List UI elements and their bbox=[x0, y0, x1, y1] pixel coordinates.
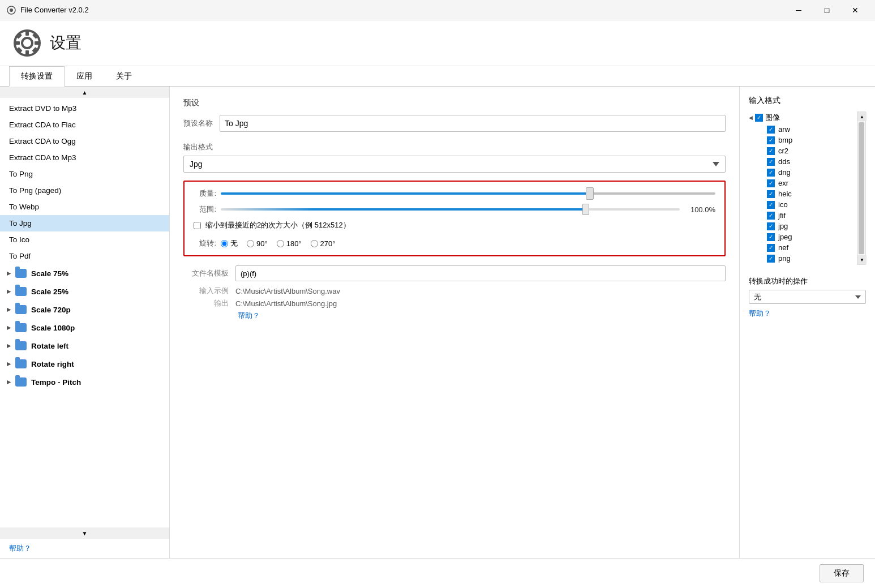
save-button[interactable]: 保存 bbox=[820, 564, 864, 582]
arw-checkbox[interactable] bbox=[767, 126, 775, 134]
arw-label: arw bbox=[778, 125, 790, 134]
rotation-radio-180[interactable] bbox=[277, 240, 284, 247]
folder-icon bbox=[15, 341, 27, 350]
bottom-bar: 保存 bbox=[0, 558, 875, 588]
rotation-label: 旋转: bbox=[194, 238, 216, 248]
image-checkbox[interactable] bbox=[755, 114, 763, 122]
scroll-thumb[interactable] bbox=[859, 122, 864, 254]
header: 设置 bbox=[0, 20, 875, 66]
tree-child-jpeg: jpeg bbox=[749, 231, 857, 242]
rotation-270[interactable]: 270° bbox=[311, 239, 336, 248]
sidebar-list: Extract DVD to Mp3 Extract CDA to Flac E… bbox=[0, 98, 169, 527]
bmp-checkbox[interactable] bbox=[767, 136, 775, 144]
preset-name-input[interactable] bbox=[220, 115, 726, 132]
filename-template-input[interactable] bbox=[235, 265, 726, 281]
input-format-title: 输入格式 bbox=[749, 96, 866, 106]
format-scroll-down[interactable]: ▼ bbox=[857, 255, 867, 264]
minimize-button[interactable]: ─ bbox=[786, 2, 812, 19]
dng-checkbox[interactable] bbox=[767, 169, 775, 177]
exr-checkbox[interactable] bbox=[767, 179, 775, 187]
range-slider[interactable] bbox=[221, 208, 680, 211]
tree-child-jpg: jpg bbox=[749, 221, 857, 231]
rotation-radio-90[interactable] bbox=[247, 240, 254, 247]
dds-checkbox[interactable] bbox=[767, 158, 775, 166]
right-panel: 输入格式 ◀ 图像 arw bbox=[739, 87, 875, 558]
sidebar-item-extract-cda-mp3[interactable]: Extract CDA to Mp3 bbox=[0, 149, 169, 166]
sidebar-item-to-webp[interactable]: To Webp bbox=[0, 199, 169, 215]
sidebar-scroll-up[interactable]: ▲ bbox=[0, 87, 169, 98]
sidebar-group-scale-75[interactable]: ▶ Scale 75% bbox=[0, 264, 169, 282]
ico-checkbox[interactable] bbox=[767, 201, 775, 209]
output-format-section: 输出格式 Jpg Png Webp bbox=[183, 142, 726, 173]
jpeg-label: jpeg bbox=[778, 233, 792, 241]
sidebar-item-to-png-paged[interactable]: To Png (paged) bbox=[0, 182, 169, 199]
format-scrollbar: ▲ ▼ bbox=[857, 111, 866, 265]
sidebar-item-extract-cda-ogg[interactable]: Extract CDA to Ogg bbox=[0, 133, 169, 149]
sidebar-group-scale-720p[interactable]: ▶ Scale 720p bbox=[0, 301, 169, 319]
output-format-select[interactable]: Jpg Png Webp bbox=[183, 156, 726, 173]
sidebar-item-to-jpg[interactable]: To Jpg bbox=[0, 215, 169, 231]
nef-label: nef bbox=[778, 243, 788, 252]
shrink-checkbox[interactable] bbox=[194, 222, 201, 229]
rotation-90[interactable]: 90° bbox=[247, 239, 268, 248]
tab-convert[interactable]: 转换设置 bbox=[9, 66, 65, 87]
png-checkbox[interactable] bbox=[767, 255, 775, 263]
app-title: File Converter v2.0.2 bbox=[20, 6, 89, 14]
quality-slider-container bbox=[221, 192, 715, 195]
header-title: 设置 bbox=[50, 32, 82, 54]
format-scroll-up[interactable]: ▲ bbox=[857, 112, 867, 121]
sidebar-item-to-png[interactable]: To Png bbox=[0, 166, 169, 182]
sidebar-group-tempo-pitch[interactable]: ▶ Tempo - Pitch bbox=[0, 373, 169, 391]
preset-section-title: 预设 bbox=[183, 98, 726, 108]
sidebar-group-scale-25[interactable]: ▶ Scale 25% bbox=[0, 282, 169, 301]
svg-point-3 bbox=[22, 38, 32, 48]
tab-apply[interactable]: 应用 bbox=[65, 66, 104, 87]
maximize-button[interactable]: □ bbox=[814, 2, 840, 19]
settings-box: 质量: 范围: 100.0% 缩小到最接近的2的次方大小（例 51 bbox=[183, 181, 726, 256]
sidebar-item-label: To Pdf bbox=[9, 252, 31, 260]
tree-parent-image[interactable]: ◀ 图像 bbox=[749, 111, 857, 124]
quality-row: 质量: bbox=[194, 188, 715, 199]
sidebar-help-link[interactable]: 帮助？ bbox=[0, 539, 169, 558]
folder-icon bbox=[15, 323, 27, 332]
sidebar-group-rotate-right[interactable]: ▶ Rotate right bbox=[0, 355, 169, 373]
heic-label: heic bbox=[778, 190, 792, 198]
sidebar-item-extract-cda-flac[interactable]: Extract CDA to Flac bbox=[0, 117, 169, 133]
sidebar-item-to-ico[interactable]: To Ico bbox=[0, 231, 169, 248]
range-slider-container: 100.0% bbox=[221, 205, 715, 214]
cr2-checkbox[interactable] bbox=[767, 147, 775, 155]
nef-checkbox[interactable] bbox=[767, 244, 775, 252]
close-button[interactable]: ✕ bbox=[842, 2, 868, 19]
rotation-radio-270[interactable] bbox=[311, 240, 318, 247]
rotation-none[interactable]: 无 bbox=[221, 238, 238, 248]
filename-help-link[interactable]: 帮助？ bbox=[238, 311, 726, 321]
tree-child-arw: arw bbox=[749, 124, 857, 135]
tab-about[interactable]: 关于 bbox=[104, 66, 144, 87]
sidebar-item-label: To Webp bbox=[9, 203, 39, 211]
filename-section: 文件名模板 输入示例 C:\Music\Artist\Album\Song.wa… bbox=[183, 265, 726, 321]
output-label: 输出 bbox=[183, 298, 229, 308]
jpeg-checkbox[interactable] bbox=[767, 233, 775, 241]
jpg-checkbox[interactable] bbox=[767, 222, 775, 230]
heic-checkbox[interactable] bbox=[767, 190, 775, 198]
right-help-link[interactable]: 帮助？ bbox=[749, 308, 866, 319]
tree-child-png: png bbox=[749, 253, 857, 264]
on-success-select[interactable]: 无 打开文件 打开文件夹 删除原文件 bbox=[749, 290, 866, 304]
exr-label: exr bbox=[778, 179, 788, 187]
sidebar-item-label: Extract CDA to Ogg bbox=[9, 137, 76, 145]
preset-section: 预设 预设名称 bbox=[183, 98, 726, 132]
quality-slider[interactable] bbox=[221, 192, 715, 195]
svg-point-1 bbox=[10, 8, 13, 12]
sidebar-scroll-down[interactable]: ▼ bbox=[0, 527, 169, 539]
group-label: Tempo - Pitch bbox=[31, 378, 81, 387]
sidebar-group-rotate-left[interactable]: ▶ Rotate left bbox=[0, 337, 169, 355]
sidebar-group-scale-1080p[interactable]: ▶ Scale 1080p bbox=[0, 319, 169, 337]
sidebar-item-to-pdf[interactable]: To Pdf bbox=[0, 248, 169, 264]
tree-child-jfif: jfif bbox=[749, 210, 857, 221]
sidebar-item-extract-dvd-mp3[interactable]: Extract DVD to Mp3 bbox=[0, 100, 169, 117]
rotation-radio-none[interactable] bbox=[221, 240, 228, 247]
output-row: 输出 C:\Music\Artist\Album\Song.jpg bbox=[183, 298, 726, 308]
rotation-180[interactable]: 180° bbox=[277, 239, 302, 248]
jfif-checkbox[interactable] bbox=[767, 212, 775, 220]
svg-rect-7 bbox=[35, 41, 40, 45]
